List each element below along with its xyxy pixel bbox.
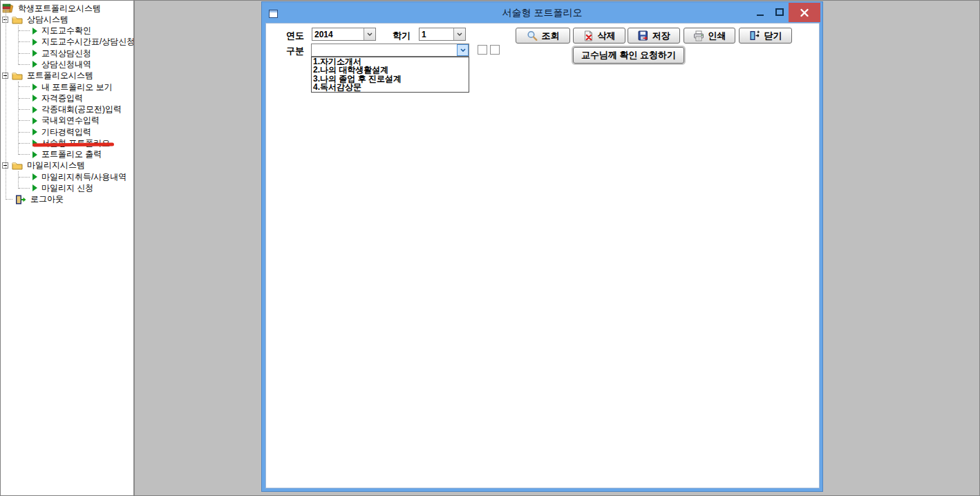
books-icon <box>2 3 14 13</box>
save-button[interactable]: 저장 <box>628 28 680 44</box>
exit-door-icon <box>749 30 760 41</box>
category-label: 구분 <box>286 45 304 57</box>
leaf-arrow-icon <box>32 128 37 135</box>
sidebar-item-other-career-input[interactable]: 기타경력입력 <box>1 126 133 137</box>
checkbox-2[interactable] <box>490 45 500 55</box>
close-x-icon <box>800 8 809 17</box>
minimize-button[interactable] <box>751 2 770 22</box>
search-button[interactable]: 조회 <box>516 28 570 44</box>
leaf-arrow-icon <box>32 39 37 46</box>
category-dropdown-list: 1.자기소개서 2.나의 대학생활설계 3.나의 졸업 후 진로설계 4.독서감… <box>311 57 469 93</box>
delete-icon <box>583 30 594 41</box>
sidebar-item-advisor-timetable[interactable]: 지도교수시간표/상담신청 <box>1 37 133 48</box>
leaf-arrow-icon <box>32 50 37 57</box>
tree-guide-line <box>6 10 6 200</box>
chevron-down-icon[interactable] <box>453 28 465 40</box>
leaf-arrow-icon <box>32 151 37 158</box>
sidebar-item-logout[interactable]: 로그아웃 <box>1 194 133 205</box>
save-icon <box>638 30 648 41</box>
leaf-arrow-icon <box>32 28 37 35</box>
dialog-titlebar[interactable]: 서술형 포트폴리오 <box>262 2 822 23</box>
sidebar-item-portfolio-system[interactable]: 포트폴리오시스템 <box>1 70 133 82</box>
delete-button[interactable]: 삭제 <box>573 28 625 44</box>
folder-icon <box>12 161 23 170</box>
tree-guide-line <box>18 171 19 189</box>
sidebar-item-teaching-counsel-request[interactable]: 교직상담신청 <box>1 48 133 59</box>
sidebar-item-certificate-input[interactable]: 자격증입력 <box>1 93 133 104</box>
logout-door-icon <box>15 195 26 204</box>
sidebar-item-contest-input[interactable]: 각종대회(공모전)입력 <box>1 104 133 115</box>
dialog-content: 연도 2014 학기 1 구분 1.자기소개서 2.나의 대학생활설계 <box>265 23 820 488</box>
sidebar-item-counseling-system[interactable]: 상담시스템 <box>1 14 133 25</box>
semester-select[interactable]: 1 <box>419 28 466 41</box>
sidebar-item-counsel-request-history[interactable]: 상담신청내역 <box>1 59 133 70</box>
dialog-title: 서술형 포트폴리오 <box>262 7 822 19</box>
checkbox-1[interactable] <box>478 45 487 55</box>
sidebar-item-mileage-history[interactable]: 마일리지취득/사용내역 <box>1 171 133 182</box>
sidebar-tree-panel: 학생포트폴리오시스템 상담시스템 지도교수확인 지도교수시간표/상담신청 교직상… <box>1 1 135 495</box>
search-icon <box>527 30 538 41</box>
tree-guide-line <box>18 82 19 155</box>
maximize-button[interactable] <box>771 2 789 22</box>
print-icon <box>693 30 704 41</box>
category-select[interactable] <box>311 44 469 57</box>
narrative-portfolio-dialog: 서술형 포트폴리오 연도 2014 학기 1 구분 <box>261 1 823 492</box>
sidebar-root-label: 학생포트폴리오시스템 <box>17 3 102 15</box>
tree-guide-line <box>18 26 19 65</box>
folder-icon <box>12 71 23 80</box>
close-dialog-button[interactable]: 닫기 <box>739 28 792 44</box>
leaf-arrow-icon <box>32 106 37 113</box>
leaf-arrow-icon <box>32 84 37 90</box>
leaf-arrow-icon <box>32 117 37 124</box>
sidebar-item-advisor-confirm[interactable]: 지도교수확인 <box>1 26 133 37</box>
category-option[interactable]: 2.나의 대학생활설계 <box>312 66 469 74</box>
year-label: 연도 <box>286 30 304 42</box>
year-select[interactable]: 2014 <box>312 28 376 41</box>
sidebar-item-my-portfolio-view[interactable]: 내 포트폴리오 보기 <box>1 82 133 93</box>
request-professor-confirm-button[interactable]: 교수님께 확인 요청하기 <box>573 47 684 64</box>
leaf-arrow-icon <box>32 184 37 191</box>
sidebar-root[interactable]: 학생포트폴리오시스템 <box>1 3 133 14</box>
category-option[interactable]: 4.독서감상문 <box>312 83 469 91</box>
sidebar-item-mileage-system[interactable]: 마일리지시스템 <box>1 160 133 171</box>
leaf-arrow-icon <box>32 95 37 102</box>
sidebar-item-portfolio-print[interactable]: 포트폴리오 출력 <box>1 149 133 160</box>
chevron-down-icon[interactable] <box>364 28 375 40</box>
sidebar-item-training-input[interactable]: 국내외연수입력 <box>1 115 133 126</box>
tree: 학생포트폴리오시스템 상담시스템 지도교수확인 지도교수시간표/상담신청 교직상… <box>1 1 133 205</box>
chevron-down-icon[interactable] <box>457 44 469 56</box>
semester-label: 학기 <box>393 30 411 42</box>
leaf-arrow-icon <box>32 173 37 180</box>
print-button[interactable]: 인쇄 <box>684 28 735 44</box>
folder-icon <box>12 15 23 24</box>
titlebar-close-button[interactable] <box>789 3 820 22</box>
sidebar-item-mileage-request[interactable]: 마일리지 신청 <box>1 182 133 193</box>
leaf-arrow-icon <box>32 61 37 68</box>
